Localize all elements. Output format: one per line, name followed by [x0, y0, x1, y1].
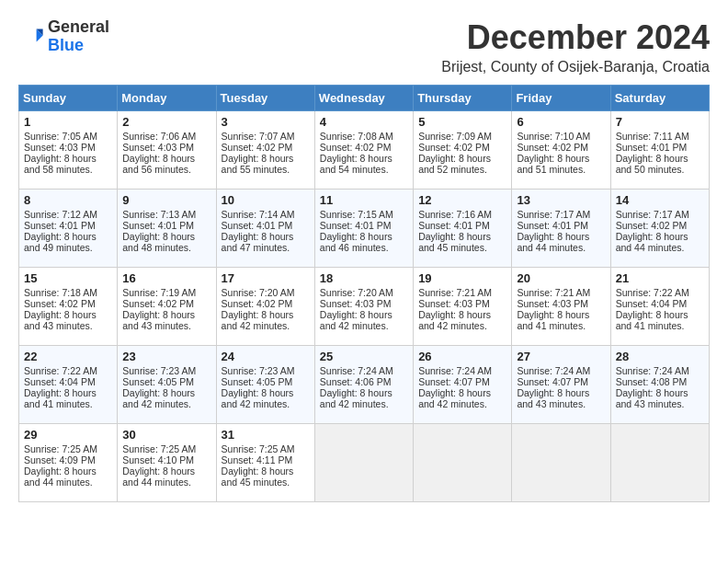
day-of-week-header: Monday — [118, 86, 216, 111]
daylight-text: Daylight: 8 hours and 56 minutes. — [122, 153, 195, 175]
day-of-week-header: Sunday — [19, 86, 118, 111]
day-number: 3 — [222, 115, 310, 129]
day-number: 11 — [320, 193, 408, 207]
day-of-week-header: Saturday — [610, 86, 709, 111]
sunset-text: Sunset: 4:10 PM — [122, 454, 194, 465]
sunset-text: Sunset: 4:11 PM — [222, 454, 293, 465]
sunrise-text: Sunrise: 7:16 AM — [418, 209, 492, 220]
sunrise-text: Sunrise: 7:09 AM — [418, 131, 492, 142]
calendar-cell: 9Sunrise: 7:13 AMSunset: 4:01 PMDaylight… — [118, 190, 216, 268]
calendar-cell: 1Sunrise: 7:05 AMSunset: 4:03 PMDaylight… — [19, 111, 118, 190]
calendar-cell: 30Sunrise: 7:25 AMSunset: 4:10 PMDayligh… — [118, 424, 216, 502]
day-number: 2 — [122, 115, 210, 129]
calendar-cell: 3Sunrise: 7:07 AMSunset: 4:02 PMDaylight… — [216, 111, 314, 190]
daylight-text: Daylight: 8 hours and 41 minutes. — [24, 387, 97, 409]
daylight-text: Daylight: 8 hours and 44 minutes. — [616, 231, 688, 253]
calendar-cell: 21Sunrise: 7:22 AMSunset: 4:04 PMDayligh… — [610, 268, 709, 346]
calendar-cell — [610, 424, 709, 502]
daylight-text: Daylight: 8 hours and 42 minutes. — [222, 309, 294, 331]
calendar-cell: 19Sunrise: 7:21 AMSunset: 4:03 PMDayligh… — [414, 268, 512, 346]
sunrise-text: Sunrise: 7:25 AM — [24, 443, 97, 454]
daylight-text: Daylight: 8 hours and 52 minutes. — [418, 153, 491, 175]
calendar-cell: 25Sunrise: 7:24 AMSunset: 4:06 PMDayligh… — [314, 346, 413, 424]
title-area: December 2024 Brijest, County of Osijek-… — [441, 18, 710, 75]
sunset-text: Sunset: 4:04 PM — [24, 376, 96, 387]
daylight-text: Daylight: 8 hours and 42 minutes. — [418, 387, 491, 409]
sunrise-text: Sunrise: 7:12 AM — [24, 209, 97, 220]
day-number: 9 — [122, 193, 210, 207]
sunset-text: Sunset: 4:07 PM — [418, 376, 490, 387]
day-number: 28 — [616, 350, 704, 363]
day-of-week-header: Wednesday — [314, 86, 413, 111]
calendar-cell: 20Sunrise: 7:21 AMSunset: 4:03 PMDayligh… — [512, 268, 610, 346]
sunset-text: Sunset: 4:01 PM — [320, 220, 392, 231]
calendar-cell: 28Sunrise: 7:24 AMSunset: 4:08 PMDayligh… — [610, 346, 709, 424]
calendar-cell — [512, 424, 610, 502]
logo: General Blue — [18, 18, 109, 55]
sunset-text: Sunset: 4:03 PM — [122, 142, 194, 153]
sunset-text: Sunset: 4:03 PM — [418, 298, 490, 309]
month-title: December 2024 — [441, 18, 710, 57]
calendar-cell: 10Sunrise: 7:14 AMSunset: 4:01 PMDayligh… — [216, 190, 314, 268]
sunset-text: Sunset: 4:02 PM — [122, 298, 194, 309]
calendar-cell: 12Sunrise: 7:16 AMSunset: 4:01 PMDayligh… — [414, 190, 512, 268]
daylight-text: Daylight: 8 hours and 43 minutes. — [517, 387, 589, 409]
sunset-text: Sunset: 4:04 PM — [616, 298, 688, 309]
sunset-text: Sunset: 4:02 PM — [616, 220, 688, 231]
sunrise-text: Sunrise: 7:24 AM — [616, 365, 689, 376]
sunset-text: Sunset: 4:02 PM — [222, 298, 293, 309]
sunset-text: Sunset: 4:05 PM — [122, 376, 194, 387]
daylight-text: Daylight: 8 hours and 48 minutes. — [122, 231, 195, 253]
day-number: 21 — [616, 271, 704, 285]
calendar-cell: 29Sunrise: 7:25 AMSunset: 4:09 PMDayligh… — [19, 424, 118, 502]
calendar-cell: 4Sunrise: 7:08 AMSunset: 4:02 PMDaylight… — [314, 111, 413, 190]
sunset-text: Sunset: 4:07 PM — [517, 376, 588, 387]
daylight-text: Daylight: 8 hours and 50 minutes. — [616, 153, 688, 175]
daylight-text: Daylight: 8 hours and 43 minutes. — [24, 309, 97, 331]
calendar-cell — [314, 424, 413, 502]
sunset-text: Sunset: 4:05 PM — [222, 376, 293, 387]
sunset-text: Sunset: 4:06 PM — [320, 376, 392, 387]
sunrise-text: Sunrise: 7:24 AM — [320, 365, 393, 376]
day-number: 8 — [24, 193, 112, 207]
day-number: 12 — [418, 193, 506, 207]
calendar-week-row: 29Sunrise: 7:25 AMSunset: 4:09 PMDayligh… — [19, 424, 710, 502]
sunrise-text: Sunrise: 7:10 AM — [517, 131, 590, 142]
day-number: 7 — [616, 115, 704, 129]
sunrise-text: Sunrise: 7:15 AM — [320, 209, 393, 220]
sunrise-text: Sunrise: 7:11 AM — [616, 131, 689, 142]
location-title: Brijest, County of Osijek-Baranja, Croat… — [441, 59, 710, 75]
sunrise-text: Sunrise: 7:08 AM — [320, 131, 393, 142]
daylight-text: Daylight: 8 hours and 45 minutes. — [222, 465, 294, 488]
sunrise-text: Sunrise: 7:18 AM — [24, 287, 97, 298]
sunset-text: Sunset: 4:01 PM — [122, 220, 194, 231]
day-number: 22 — [24, 350, 112, 363]
daylight-text: Daylight: 8 hours and 49 minutes. — [24, 231, 97, 253]
sunrise-text: Sunrise: 7:24 AM — [418, 365, 492, 376]
day-number: 16 — [122, 271, 210, 285]
day-of-week-header: Thursday — [414, 86, 512, 111]
daylight-text: Daylight: 8 hours and 43 minutes. — [122, 309, 195, 331]
day-number: 4 — [320, 115, 408, 129]
calendar-header-row: SundayMondayTuesdayWednesdayThursdayFrid… — [19, 86, 710, 111]
calendar-week-row: 22Sunrise: 7:22 AMSunset: 4:04 PMDayligh… — [19, 346, 710, 424]
daylight-text: Daylight: 8 hours and 45 minutes. — [418, 231, 491, 253]
sunrise-text: Sunrise: 7:07 AM — [222, 131, 295, 142]
sunrise-text: Sunrise: 7:14 AM — [222, 209, 295, 220]
calendar-cell: 15Sunrise: 7:18 AMSunset: 4:02 PMDayligh… — [19, 268, 118, 346]
day-number: 6 — [517, 115, 605, 129]
calendar-week-row: 1Sunrise: 7:05 AMSunset: 4:03 PMDaylight… — [19, 111, 710, 190]
sunset-text: Sunset: 4:09 PM — [24, 454, 96, 465]
day-number: 26 — [418, 350, 506, 363]
day-number: 25 — [320, 350, 408, 363]
daylight-text: Daylight: 8 hours and 42 minutes. — [122, 387, 195, 409]
sunset-text: Sunset: 4:03 PM — [320, 298, 392, 309]
calendar-cell: 26Sunrise: 7:24 AMSunset: 4:07 PMDayligh… — [414, 346, 512, 424]
day-number: 20 — [517, 271, 605, 285]
daylight-text: Daylight: 8 hours and 58 minutes. — [24, 153, 97, 175]
sunset-text: Sunset: 4:01 PM — [418, 220, 490, 231]
day-of-week-header: Friday — [512, 86, 610, 111]
calendar-cell: 13Sunrise: 7:17 AMSunset: 4:01 PMDayligh… — [512, 190, 610, 268]
day-number: 18 — [320, 271, 408, 285]
daylight-text: Daylight: 8 hours and 51 minutes. — [517, 153, 589, 175]
